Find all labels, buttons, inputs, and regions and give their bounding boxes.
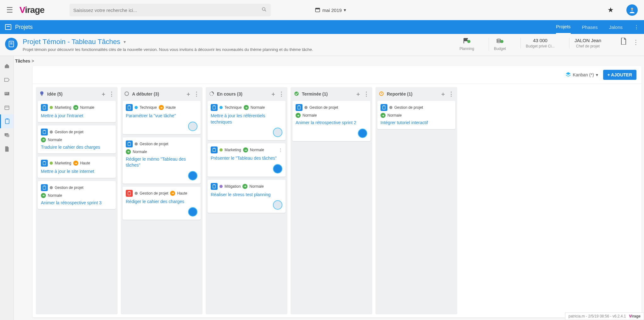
card-category: Gestion de projet <box>394 105 423 110</box>
column-body[interactable]: Technique➜NormaleMettre à jour les référ… <box>206 101 287 314</box>
rail-tasks-icon[interactable] <box>0 114 14 128</box>
search-icon[interactable] <box>261 7 267 14</box>
category-dot <box>219 185 223 188</box>
kanban-card[interactable]: Gestion de projet➜NormaleTraduire le cah… <box>38 125 116 154</box>
column-add-icon[interactable]: ＋ <box>101 90 106 98</box>
column-header: A débuter (3)＋⋮ <box>121 87 203 101</box>
category-dot <box>219 106 223 109</box>
add-button[interactable]: + AJOUTER <box>603 70 636 80</box>
document-icon[interactable] <box>621 38 626 46</box>
column-body[interactable]: Technique➜HauteParamétrer la "vue tâche"… <box>121 101 203 314</box>
project-title[interactable]: Projet Témoin - Tableau Tâches ▾ <box>23 38 454 46</box>
kanban-card[interactable]: Gestion de projet➜NormaleRédiger le mémo… <box>123 137 201 184</box>
coins-icon <box>494 38 506 46</box>
svg-rect-25 <box>43 130 46 134</box>
date-selector[interactable]: mai 2019 ▾ <box>315 7 346 14</box>
svg-point-31 <box>125 92 129 96</box>
priority-icon: ➜ <box>159 105 164 110</box>
assignee-avatar <box>273 200 282 210</box>
project-header: Projet Témoin - Tableau Tâches ▾ Projet … <box>0 34 644 56</box>
assignee-avatar <box>188 171 197 180</box>
view-selector[interactable]: Kanban (*) ▾ <box>565 72 598 78</box>
kanban-card[interactable]: Mitigation➜NormaleRéaliser le stress tes… <box>208 180 286 213</box>
column-more-icon[interactable]: ⋮ <box>279 91 284 97</box>
rail-board-icon[interactable] <box>0 87 14 101</box>
more-icon[interactable]: ⋮ <box>633 38 639 46</box>
column-body[interactable]: Gestion de projet➜NormaleIntégrer tutori… <box>375 101 457 314</box>
kanban-column-todo: A débuter (3)＋⋮Technique➜HauteParamétrer… <box>121 87 203 314</box>
column-more-icon[interactable]: ⋮ <box>109 91 114 97</box>
category-dot <box>50 162 53 165</box>
filter-icon[interactable] <box>38 71 43 79</box>
priority-icon: ➜ <box>126 149 131 154</box>
kanban-card[interactable]: Gestion de projet➜NormaleAnimer la rétro… <box>38 181 116 209</box>
kanban-card[interactable]: Marketing➜Normale⋮Présenter le "Tableau … <box>208 143 286 177</box>
assignee-avatar <box>273 164 282 174</box>
kanban-columns: Idée (5)＋⋮Marketing➜NormaleMettre à jour… <box>33 84 641 317</box>
svg-rect-23 <box>43 106 46 109</box>
star-icon[interactable]: ★ <box>608 6 614 14</box>
kanban-column-doing: En cours (3)＋⋮Technique➜NormaleMettre à … <box>206 87 287 314</box>
tab-projets[interactable]: Projets <box>556 20 571 34</box>
column-body[interactable]: Marketing➜NormaleMettre à jour l'intrane… <box>36 101 118 314</box>
kanban-card[interactable]: Marketing➜HauteMettre à jour le site int… <box>38 157 116 178</box>
svg-rect-42 <box>214 148 215 149</box>
column-add-icon[interactable]: ＋ <box>186 90 191 98</box>
task-badge-icon <box>211 183 218 190</box>
chevron-down-icon[interactable]: ▾ <box>124 39 126 44</box>
task-badge-icon <box>126 104 133 111</box>
metric-planning[interactable]: Planning <box>454 38 479 51</box>
task-badge-icon <box>41 129 48 135</box>
svg-rect-40 <box>214 106 215 106</box>
svg-rect-41 <box>213 148 216 152</box>
category-dot <box>135 142 138 146</box>
nav-more-icon[interactable]: ⋮ <box>634 24 639 30</box>
card-category: Gestion de projet <box>55 185 83 190</box>
assignee-avatar <box>188 207 197 217</box>
column-add-icon[interactable]: ＋ <box>270 90 276 98</box>
column-body[interactable]: Gestion de projet➜NormaleAnimer la rétro… <box>291 101 372 314</box>
assignee-avatar <box>358 129 367 138</box>
rail-calendar-icon[interactable] <box>0 101 14 114</box>
rail-tag-icon[interactable] <box>0 73 14 87</box>
rail-chat-icon[interactable] <box>0 128 14 142</box>
rail-file-icon[interactable] <box>0 142 14 156</box>
metric-private-budget[interactable]: 43 000 Budget privé Ci... <box>520 38 560 48</box>
column-add-icon[interactable]: ＋ <box>355 90 361 98</box>
tab-phases[interactable]: Phases <box>582 21 598 34</box>
column-more-icon[interactable]: ⋮ <box>194 91 199 97</box>
svg-point-10 <box>467 40 470 43</box>
svg-rect-33 <box>129 106 130 106</box>
kanban-card[interactable]: Gestion de projet➜NormaleIntégrer tutori… <box>377 101 455 129</box>
project-description: Projet témoin pour découvrir les fonctio… <box>23 47 454 52</box>
menu-icon[interactable]: ☰ <box>6 6 13 14</box>
kanban-card[interactable]: Technique➜HauteParamétrer la "vue tâche" <box>123 101 201 134</box>
search-box[interactable] <box>69 4 271 16</box>
svg-rect-34 <box>128 142 131 146</box>
metric-budget[interactable]: Budget <box>489 38 511 51</box>
search-input[interactable] <box>73 8 261 13</box>
column-add-icon[interactable]: ＋ <box>440 90 446 98</box>
footer-status: patricia.m - 2/5/19 08:56 - v6.2.4.1 Vir… <box>565 312 644 320</box>
svg-rect-28 <box>44 161 45 162</box>
card-more-icon[interactable]: ⋮ <box>279 148 282 152</box>
kanban-card[interactable]: Technique➜NormaleMettre à jour les référ… <box>208 101 286 140</box>
category-dot <box>389 106 392 109</box>
topbar: ☰ Virage mai 2019 ▾ ★ <box>0 0 644 20</box>
kanban-card[interactable]: Marketing➜NormaleMettre à jour l'intrane… <box>38 101 116 122</box>
kanban-column-postponed: Reportée (1)＋⋮Gestion de projet➜NormaleI… <box>375 87 457 314</box>
kanban-column-done: Terminée (1)＋⋮Gestion de projet➜NormaleA… <box>291 87 372 314</box>
metric-chief[interactable]: JALON Jean Chef de projet <box>569 38 606 48</box>
column-more-icon[interactable]: ⋮ <box>448 91 454 97</box>
svg-rect-22 <box>41 95 43 96</box>
kanban-card[interactable]: Gestion de projet➜HauteRédiger le cahier… <box>123 187 201 220</box>
board-toolbar: Kanban (*) ▾ + AJOUTER <box>33 66 641 84</box>
tab-jalons[interactable]: Jalons <box>609 21 623 34</box>
card-priority: Normale <box>80 105 94 110</box>
column-more-icon[interactable]: ⋮ <box>364 91 369 97</box>
chevron-down-icon: ▾ <box>344 7 346 13</box>
kanban-card[interactable]: Gestion de projet➜NormaleAnimer la rétro… <box>292 101 370 141</box>
user-avatar[interactable] <box>626 4 638 16</box>
rail-home-icon[interactable] <box>0 59 14 73</box>
card-priority: Normale <box>249 184 264 189</box>
